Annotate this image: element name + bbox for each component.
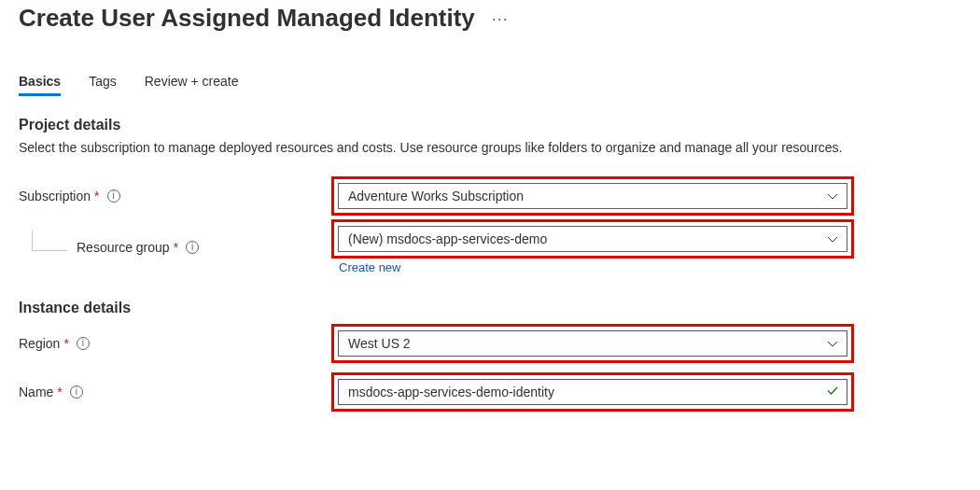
tab-tags[interactable]: Tags (89, 74, 117, 94)
section-description-project: Select the subscription to manage deploy… (19, 139, 896, 158)
highlight-region: West US 2 (331, 324, 854, 363)
subscription-label: Subscription (19, 189, 91, 203)
more-actions-button[interactable]: ··· (488, 7, 512, 31)
required-indicator: * (174, 240, 178, 255)
chevron-down-icon (826, 189, 839, 203)
chevron-down-icon (826, 232, 839, 245)
name-input[interactable]: msdocs-app-services-demo-identity (338, 379, 847, 405)
tab-bar: Basics Tags Review + create (19, 74, 961, 94)
info-icon[interactable]: i (186, 241, 199, 254)
required-indicator: * (57, 385, 62, 399)
resource-group-dropdown[interactable]: (New) msdocs-app-services-demo (338, 226, 847, 252)
hierarchy-connector (32, 231, 67, 251)
highlight-subscription: Adventure Works Subscription (331, 176, 854, 216)
name-label: Name (19, 385, 53, 399)
tab-review-create[interactable]: Review + create (145, 74, 239, 94)
chevron-down-icon (826, 337, 839, 350)
section-heading-instance: Instance details (19, 300, 961, 316)
page-title: Create User Assigned Managed Identity (19, 4, 475, 33)
region-value: West US 2 (348, 336, 411, 351)
highlight-name: msdocs-app-services-demo-identity (331, 372, 854, 412)
region-label: Region (19, 336, 60, 351)
resource-group-label: Resource group (77, 240, 170, 255)
section-heading-project: Project details (19, 117, 961, 133)
required-indicator: * (94, 189, 99, 203)
resource-group-value: (New) msdocs-app-services-demo (348, 231, 547, 246)
subscription-dropdown[interactable]: Adventure Works Subscription (338, 183, 847, 209)
region-dropdown[interactable]: West US 2 (338, 330, 847, 357)
info-icon[interactable]: i (70, 385, 83, 399)
required-indicator: * (63, 336, 68, 351)
highlight-resource-group: (New) msdocs-app-services-demo (331, 219, 854, 259)
info-icon[interactable]: i (107, 189, 120, 203)
tab-basics[interactable]: Basics (19, 74, 61, 94)
create-new-link[interactable]: Create new (339, 260, 400, 274)
subscription-value: Adventure Works Subscription (348, 189, 524, 203)
checkmark-icon (826, 384, 839, 399)
name-value: msdocs-app-services-demo-identity (348, 385, 554, 399)
info-icon[interactable]: i (77, 337, 90, 350)
